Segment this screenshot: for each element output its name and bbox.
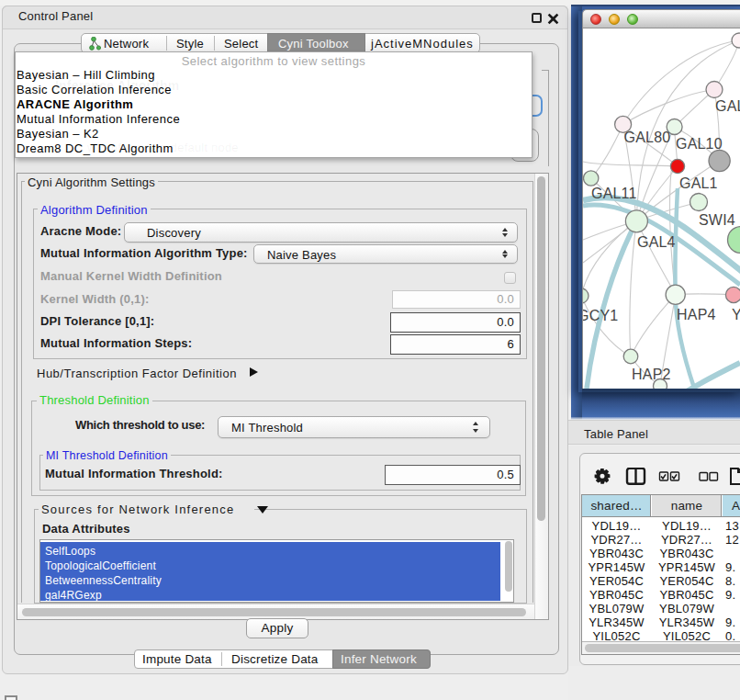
svg-text:GAL4: GAL4 (637, 234, 676, 250)
svg-text:GCY1: GCY1 (583, 308, 618, 323)
svg-text:GAL2: GAL2 (715, 98, 740, 114)
svg-text:GAL80: GAL80 (624, 130, 671, 145)
svg-text:SWI4: SWI4 (699, 212, 735, 228)
svg-text:HAP4: HAP4 (677, 307, 716, 322)
svg-text:YEL: YEL (732, 307, 740, 322)
svg-text:GAL11: GAL11 (591, 186, 637, 201)
svg-text:GAL10: GAL10 (676, 136, 723, 152)
svg-text:HAP2: HAP2 (632, 367, 671, 382)
svg-text:GAL1: GAL1 (679, 175, 718, 191)
